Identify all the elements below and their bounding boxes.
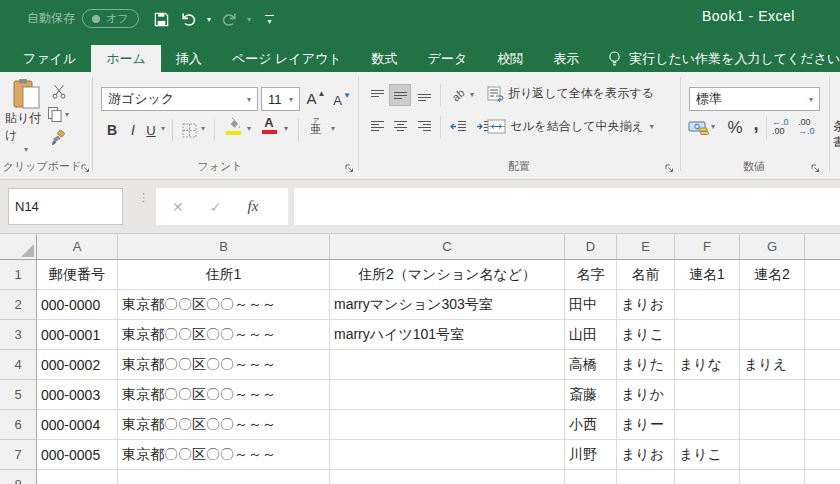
font-name-select[interactable]: 游ゴシック ▾: [101, 87, 258, 111]
cell[interactable]: [740, 290, 805, 320]
row-header-5[interactable]: 5: [0, 380, 37, 410]
cell[interactable]: 000-0001: [37, 320, 118, 350]
underline-button[interactable]: U: [143, 118, 159, 142]
cell[interactable]: [805, 290, 840, 320]
name-box[interactable]: N14 ▾: [8, 188, 123, 225]
row-header-4[interactable]: 4: [0, 350, 37, 380]
tab-formulas[interactable]: 数式: [357, 45, 413, 72]
decrease-font-size-button[interactable]: A▼: [330, 88, 354, 113]
cell[interactable]: [805, 470, 840, 484]
col-header-E[interactable]: E: [617, 234, 675, 260]
cell[interactable]: 000-0000: [37, 290, 118, 320]
format-painter-button[interactable]: [46, 128, 68, 148]
cell[interactable]: marryマンション303号室: [330, 290, 565, 320]
cell[interactable]: [740, 440, 805, 470]
phonetic-guide-button[interactable]: ア 亜: [306, 117, 326, 135]
cell[interactable]: 連名1: [675, 260, 740, 290]
row-header-1[interactable]: 1: [0, 260, 37, 290]
col-header-D[interactable]: D: [565, 234, 617, 260]
accounting-dropdown-icon[interactable]: ▾: [709, 122, 717, 131]
alignment-dialog-launcher[interactable]: [664, 163, 674, 173]
cell[interactable]: [805, 350, 840, 380]
redo-button[interactable]: [217, 8, 241, 30]
align-middle-button[interactable]: [389, 84, 411, 106]
select-all-button[interactable]: [0, 234, 37, 260]
cell[interactable]: [805, 440, 840, 470]
cut-button[interactable]: [48, 81, 70, 101]
col-header-C[interactable]: C: [330, 234, 565, 260]
copy-button[interactable]: ▾: [46, 104, 72, 124]
cell[interactable]: [805, 260, 840, 290]
row-header-6[interactable]: 6: [0, 410, 37, 440]
cell[interactable]: 川野: [565, 440, 617, 470]
tab-insert[interactable]: 挿入: [161, 45, 217, 72]
cell[interactable]: まりこ: [617, 320, 675, 350]
cell[interactable]: [37, 470, 118, 484]
cell[interactable]: 東京都〇〇区〇〇～～～: [118, 380, 330, 410]
cell[interactable]: まりお: [617, 440, 675, 470]
cell[interactable]: [330, 380, 565, 410]
cell[interactable]: 000-0005: [37, 440, 118, 470]
cell[interactable]: 斎藤: [565, 380, 617, 410]
cell[interactable]: 東京都〇〇区〇〇～～～: [118, 320, 330, 350]
merge-center-button[interactable]: セルを結合して中央揃え ▾: [487, 118, 656, 135]
wrap-text-button[interactable]: 折り返して全体を表示する: [487, 85, 654, 102]
cell[interactable]: [805, 320, 840, 350]
col-header[interactable]: [805, 234, 840, 260]
row-header-2[interactable]: 2: [0, 290, 37, 320]
cell[interactable]: まりか: [617, 380, 675, 410]
col-header-G[interactable]: G: [740, 234, 805, 260]
cell[interactable]: 000-0004: [37, 410, 118, 440]
cell[interactable]: [565, 470, 617, 484]
tab-review[interactable]: 校閲: [482, 45, 538, 72]
align-right-button[interactable]: [413, 116, 435, 138]
cell[interactable]: 000-0003: [37, 380, 118, 410]
formula-bar-resize-handle[interactable]: ⋮: [138, 193, 149, 202]
borders-button[interactable]: [179, 120, 199, 140]
undo-dropdown-icon[interactable]: ▾: [205, 15, 213, 24]
cell[interactable]: 名前: [617, 260, 675, 290]
cell[interactable]: [675, 470, 740, 484]
autosave-toggle[interactable]: 自動保存 オフ: [27, 9, 139, 28]
enter-button[interactable]: ✓: [210, 199, 222, 215]
underline-dropdown-icon[interactable]: ▾: [159, 124, 167, 133]
decrease-decimal-button[interactable]: .00 →.0: [798, 118, 815, 136]
cell[interactable]: まりこ: [675, 440, 740, 470]
cell[interactable]: marryハイツ101号室: [330, 320, 565, 350]
tab-home[interactable]: ホーム: [91, 45, 161, 72]
row-header-3[interactable]: 3: [0, 320, 37, 350]
tab-file[interactable]: ファイル: [8, 45, 91, 72]
cell[interactable]: まりお: [617, 290, 675, 320]
customize-qat-button[interactable]: ▾: [265, 15, 274, 24]
cell[interactable]: [805, 380, 840, 410]
cell[interactable]: 連名2: [740, 260, 805, 290]
fill-color-dropdown-icon[interactable]: ▾: [245, 124, 253, 133]
tell-me-box[interactable]: 実行したい作業を入力してください: [608, 45, 840, 72]
orientation-button[interactable]: ab: [447, 84, 469, 106]
align-top-button[interactable]: [366, 84, 388, 106]
cancel-button[interactable]: ✕: [172, 199, 184, 215]
phonetic-dropdown-icon[interactable]: ▾: [329, 124, 337, 133]
cell[interactable]: 名字: [565, 260, 617, 290]
paste-button[interactable]: 貼り付け ▾: [5, 78, 47, 158]
cell[interactable]: まりー: [617, 410, 675, 440]
font-dialog-launcher[interactable]: [344, 163, 354, 173]
number-dialog-launcher[interactable]: [810, 163, 820, 173]
cell[interactable]: [740, 320, 805, 350]
number-format-select[interactable]: 標準 ▾: [689, 87, 820, 111]
orientation-dropdown-icon[interactable]: ▾: [468, 90, 476, 99]
font-color-button[interactable]: A: [259, 116, 279, 134]
cell[interactable]: [740, 380, 805, 410]
align-bottom-button[interactable]: [413, 84, 435, 106]
clipboard-dialog-launcher[interactable]: [80, 163, 90, 173]
save-button[interactable]: [150, 8, 173, 30]
cell[interactable]: [675, 320, 740, 350]
cell[interactable]: 東京都〇〇区〇〇～～～: [118, 440, 330, 470]
cell[interactable]: 東京都〇〇区〇〇～～～: [118, 290, 330, 320]
tab-view[interactable]: 表示: [538, 45, 594, 72]
cell[interactable]: まりな: [675, 350, 740, 380]
cell[interactable]: [118, 470, 330, 484]
conditional-formatting-button-clipped[interactable]: 条: [833, 118, 840, 135]
col-header-F[interactable]: F: [675, 234, 740, 260]
cell[interactable]: [330, 440, 565, 470]
